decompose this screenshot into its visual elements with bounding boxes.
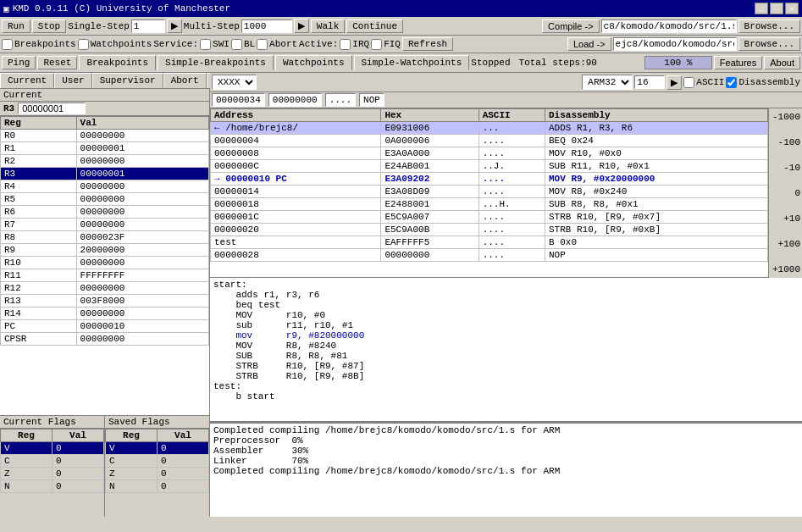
num-input[interactable] xyxy=(634,75,665,89)
table-row[interactable]: R11FFFFFFFF xyxy=(1,269,209,282)
multi-step-arrow[interactable]: ▶ xyxy=(294,19,309,33)
browse1-button[interactable]: Browse... xyxy=(738,19,800,33)
source-line: mov r9, #820000000 xyxy=(213,330,799,341)
table-row[interactable]: 00000018E2488001...H.SUB R8, R8, #0x1 xyxy=(211,198,768,211)
table-row[interactable]: 00000020E5C9A00B....STRB R10, [R9, #0xB] xyxy=(211,224,768,236)
table-row[interactable]: 000000040A000006....BEQ 0x24 xyxy=(211,135,768,147)
reset-button[interactable]: Reset xyxy=(37,56,77,69)
list-item: C0 xyxy=(1,455,104,468)
progress-bar: 100 % xyxy=(644,56,712,69)
features-button[interactable]: Features xyxy=(714,56,762,69)
table-row[interactable]: R13003F8000 xyxy=(1,295,209,308)
disasm-container: Address Hex ASCII Disassembly ← /home/br… xyxy=(210,108,768,278)
refresh-button[interactable]: Refresh xyxy=(402,37,453,51)
multi-step-input[interactable] xyxy=(241,19,292,33)
irq-check[interactable]: IRQ xyxy=(340,39,369,50)
ascii-check[interactable]: ASCII xyxy=(683,77,724,88)
browse2-button[interactable]: Browse... xyxy=(738,37,800,51)
tab-supervisor[interactable]: Supervisor xyxy=(92,73,163,88)
watchpoints-check[interactable]: Watchpoints xyxy=(78,39,152,50)
saved-flags-table: Reg Val V0C0Z0N0 xyxy=(105,429,209,493)
multi-step-label: Multi-Step xyxy=(184,21,240,31)
table-row[interactable]: 0000000CE24AB001..J.SUB R11, R10, #0x1 xyxy=(211,160,768,173)
compile-to-button[interactable]: Compile -> xyxy=(542,19,600,33)
total-steps-label: Total steps:90 xyxy=(519,58,597,68)
table-row[interactable]: R000000000 xyxy=(1,130,209,142)
table-row[interactable]: 00000008E3A0A000....MOV R10, #0x0 xyxy=(211,147,768,160)
disasm-ascii-header: ASCII xyxy=(478,109,545,122)
source-line: STRB R10, [R9, #8B] xyxy=(213,371,799,381)
left-panel: Current User Supervisor Abort IRQ FIQ Cu… xyxy=(0,73,210,517)
num-arrow[interactable]: ▶ xyxy=(666,75,682,90)
fiq-check[interactable]: FIQ xyxy=(371,39,401,50)
source-line: MOV r10, #0 xyxy=(213,310,799,320)
log-line: Preprocessor 0% xyxy=(213,435,799,446)
source-line: MOV R8, #8240 xyxy=(213,341,799,351)
table-row[interactable]: 00000014E3A08D09....MOV R8, #0x240 xyxy=(211,186,768,198)
walk-button[interactable]: Walk xyxy=(311,19,345,33)
disassembly-check[interactable]: Disassembly xyxy=(726,77,800,88)
active-label: Active: xyxy=(299,39,338,49)
stopped-label: Stopped xyxy=(471,58,510,68)
saved-flags-panel: Saved Flags Reg Val V0C0Z0N0 xyxy=(105,416,209,517)
breakpoints-check[interactable]: Breakpoints xyxy=(2,39,76,50)
source-line: beq test xyxy=(213,300,799,310)
tab-simple-breakpoints[interactable]: Simple-Breakpoints xyxy=(158,55,274,70)
tab-abort[interactable]: Abort xyxy=(163,73,207,88)
memory-dropdown[interactable]: XXXX xyxy=(212,75,257,90)
swi-check[interactable]: SWI xyxy=(200,39,230,50)
table-row[interactable]: R100000001 xyxy=(1,142,209,155)
abort-check[interactable]: Abort xyxy=(257,39,297,50)
table-row[interactable]: CPSR00000000 xyxy=(1,333,209,346)
register-table-container: Reg Val R000000000R100000001R200000000R3… xyxy=(0,116,209,415)
single-step-arrow[interactable]: ▶ xyxy=(167,19,182,33)
val-col-header: Val xyxy=(76,117,208,130)
source-line: SUB R8, R8, #81 xyxy=(213,351,799,361)
tab-breakpoints[interactable]: Breakpoints xyxy=(79,55,156,70)
table-row[interactable]: R80000023F xyxy=(1,231,209,244)
tab-simple-watchpoints[interactable]: Simple-Watchpoints xyxy=(354,55,470,70)
tab-watchpoints[interactable]: Watchpoints xyxy=(275,55,352,70)
compile-path-input[interactable] xyxy=(601,19,737,33)
tab-user[interactable]: User xyxy=(54,73,91,88)
table-row[interactable]: 0000001CE5C9A007....STRB R10, [R9, #0x7] xyxy=(211,211,768,224)
tab-current[interactable]: Current xyxy=(0,73,54,88)
table-row[interactable]: ← /home/brejc8/E0931006...ADDS R1, R3, R… xyxy=(211,122,768,135)
table-row[interactable]: R1400000000 xyxy=(1,308,209,320)
minimize-button[interactable]: _ xyxy=(755,3,768,14)
table-row[interactable]: R920000000 xyxy=(1,244,209,257)
close-button[interactable]: ✕ xyxy=(785,3,799,14)
continue-button[interactable]: Continue xyxy=(346,19,403,33)
table-row[interactable]: testEAFFFFF5....B 0x0 xyxy=(211,236,768,249)
table-row[interactable]: R600000000 xyxy=(1,206,209,219)
table-row[interactable]: PC00000010 xyxy=(1,320,209,333)
r3-input[interactable] xyxy=(18,103,86,114)
table-row[interactable]: R700000000 xyxy=(1,219,209,231)
arch-dropdown[interactable]: ARM32 xyxy=(582,75,633,90)
table-row[interactable]: → 00000010 PCE3A09202....MOV R9, #0x2000… xyxy=(211,173,768,186)
load-to-button[interactable]: Load -> xyxy=(567,37,611,51)
load-path-input[interactable] xyxy=(613,37,737,51)
source-line: adds r1, r3, r6 xyxy=(213,290,799,300)
toolbar-row-3: Ping Reset Breakpoints Simple-Breakpoint… xyxy=(0,53,802,73)
reg-col-header: Reg xyxy=(1,117,77,130)
source-line: start: xyxy=(213,280,799,290)
hex-hex: 00000000 xyxy=(268,93,322,107)
list-item: Z0 xyxy=(1,468,104,480)
table-row[interactable]: R1200000000 xyxy=(1,282,209,295)
bl-check[interactable]: BL xyxy=(231,39,255,50)
table-row[interactable]: R500000000 xyxy=(1,193,209,206)
run-button[interactable]: Run xyxy=(2,19,30,33)
table-row[interactable]: R1000000000 xyxy=(1,257,209,269)
main-area: Current User Supervisor Abort IRQ FIQ Cu… xyxy=(0,73,802,517)
title-bar-icon: ▣ xyxy=(3,3,9,14)
table-row[interactable]: R400000000 xyxy=(1,180,209,193)
table-row[interactable]: R200000000 xyxy=(1,155,209,168)
table-row[interactable]: R300000001 xyxy=(1,168,209,180)
table-row[interactable]: 0000002800000000....NOP xyxy=(211,249,768,262)
single-step-input[interactable] xyxy=(131,19,165,33)
about-button[interactable]: About xyxy=(764,56,800,69)
maximize-button[interactable]: □ xyxy=(770,3,783,14)
stop-button[interactable]: Stop xyxy=(32,19,66,33)
ping-button[interactable]: Ping xyxy=(2,56,36,69)
